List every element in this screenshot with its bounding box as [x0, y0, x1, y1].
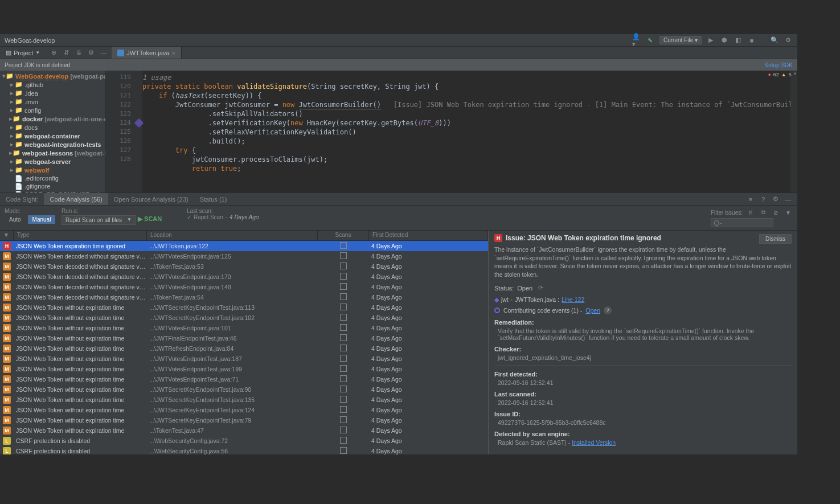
refresh-icon[interactable]: ⟳: [536, 284, 545, 293]
close-tab-icon[interactable]: ×: [171, 50, 175, 56]
table-row[interactable]: MJSON Web Token decoded without signatur…: [0, 251, 488, 261]
table-row[interactable]: MJSON Web Token without expiration time.…: [0, 405, 488, 415]
tree-item[interactable]: ▸📁.mvn: [0, 97, 105, 106]
mode-manual-button[interactable]: Manual: [28, 215, 56, 224]
sort-icon[interactable]: ▼: [0, 231, 14, 240]
table-header: ▼ Type Location Scans First Detected: [0, 231, 488, 241]
tool-row: ▤ Project ▼ ⊕ ⇵ ⇊ ⚙ — JWTToken.java ×: [0, 47, 797, 59]
issue-breadcrumb: ◆ jwt› JWTToken.java : Line 122: [494, 296, 792, 303]
project-icon: ▤: [6, 49, 11, 56]
table-row[interactable]: MJSON Web Token without expiration time.…: [0, 395, 488, 405]
hide-icon[interactable]: —: [99, 48, 108, 58]
copy-icon[interactable]: ⎘: [746, 208, 755, 217]
settings-icon[interactable]: ⚙: [784, 36, 793, 45]
event-dot-icon: [494, 308, 500, 313]
issue-description: The instance of `JwtConsumerBuilder` ign…: [494, 245, 792, 279]
table-row[interactable]: LCSRF protection is disabled...\WebSecur…: [0, 436, 488, 446]
run-config-dropdown[interactable]: Current File ▾: [659, 36, 702, 44]
table-row[interactable]: MJSON Web Token without expiration time.…: [0, 364, 488, 374]
tree-item[interactable]: ▸📁webgoat-integration-tests: [0, 140, 105, 149]
collapse-icon[interactable]: ⇊: [74, 48, 83, 58]
mode-auto-button[interactable]: Auto: [5, 215, 26, 224]
help-icon[interactable]: ?: [759, 195, 768, 204]
debug-icon[interactable]: ⬢: [720, 36, 729, 45]
project-tree[interactable]: ▾📁WebGoat-develop [webgoat-parent]▸📁.git…: [0, 71, 106, 192]
table-row[interactable]: HJSON Web Token expiration time ignored.…: [0, 241, 488, 251]
line-link[interactable]: Line 122: [562, 296, 584, 303]
coverage-icon[interactable]: ◧: [734, 36, 743, 45]
filter-icon[interactable]: ▼: [784, 208, 793, 217]
table-row[interactable]: MJSON Web Token without expiration time.…: [0, 425, 488, 436]
project-panel-button[interactable]: ▤ Project ▼: [0, 47, 46, 59]
table-row[interactable]: MJSON Web Token decoded without signatur…: [0, 282, 488, 292]
table-row[interactable]: MJSON Web Token without expiration time.…: [0, 343, 488, 354]
gear-icon[interactable]: ⚙: [87, 48, 96, 58]
dismiss-button[interactable]: Dismiss: [759, 234, 792, 244]
scan-button[interactable]: ▶ SCAN: [138, 215, 162, 225]
table-row[interactable]: LCSRF protection is disabled...\WebSecur…: [0, 446, 488, 454]
bottom-tab[interactable]: Code Analysis (56): [44, 193, 108, 205]
table-row[interactable]: MJSON Web Token without expiration time.…: [0, 323, 488, 333]
issue-title: Issue: JSON Web Token expiration time ig…: [506, 234, 661, 242]
code-editor[interactable]: 119120121122123124125126127128 1 usage p…: [106, 71, 797, 192]
diamond-icon: ◆: [494, 296, 499, 303]
java-file-icon: [117, 50, 124, 56]
expand-icon[interactable]: ⇵: [62, 48, 71, 58]
project-name: WebGoat-develop: [5, 37, 55, 44]
table-row[interactable]: MJSON Web Token decoded without signatur…: [0, 292, 488, 302]
installed-version-link[interactable]: Installed Version: [572, 439, 616, 446]
table-row[interactable]: MJSON Web Token without expiration time.…: [0, 302, 488, 313]
scan-type-dropdown[interactable]: Rapid Scan on all files▼: [62, 215, 136, 225]
bottom-tab[interactable]: Code Sight:: [0, 193, 44, 205]
clone-icon[interactable]: ⧉: [759, 208, 768, 217]
list-icon[interactable]: ≡: [746, 195, 755, 204]
target-icon[interactable]: ⊕: [49, 48, 58, 58]
code-content: 1 usage private static boolean validateS…: [142, 71, 797, 192]
tree-item[interactable]: ▸📁webgoat-server: [0, 157, 105, 166]
table-row[interactable]: MJSON Web Token without expiration time.…: [0, 415, 488, 425]
tree-item[interactable]: ▸📁webgoat-container: [0, 132, 105, 140]
error-stripe[interactable]: ●62 ▲5 ^: [790, 71, 797, 192]
table-row[interactable]: MJSON Web Token decoded without signatur…: [0, 272, 488, 282]
bottom-tab[interactable]: Status (1): [194, 193, 233, 205]
issue-detail-panel: Dismiss H Issue: JSON Web Token expirati…: [489, 231, 797, 454]
editor-tab[interactable]: JWTToken.java ×: [112, 47, 182, 59]
tree-item[interactable]: ▸📁.github: [0, 80, 105, 89]
minimize-icon[interactable]: —: [784, 195, 793, 204]
tree-item[interactable]: ▸📁config: [0, 106, 105, 114]
bottom-tabs: Code Sight:Code Analysis (56)Open Source…: [0, 193, 797, 206]
scan-controls: Mode: Auto Manual Run a: Rapid Scan on a…: [0, 206, 797, 231]
search-icon[interactable]: 🔍: [770, 36, 779, 45]
block-icon[interactable]: ⊘: [771, 208, 780, 217]
tree-item[interactable]: ▸📁docker [webgoat-all-in-one-docker]: [0, 114, 105, 123]
table-row[interactable]: MJSON Web Token without expiration time.…: [0, 333, 488, 343]
table-row[interactable]: MJSON Web Token without expiration time.…: [0, 354, 488, 364]
tree-item[interactable]: ▸📁docs: [0, 123, 105, 132]
open-events-link[interactable]: Open: [585, 307, 600, 314]
help-icon[interactable]: ?: [604, 306, 612, 314]
table-row[interactable]: MJSON Web Token without expiration time.…: [0, 374, 488, 384]
check-icon: ✓: [187, 214, 191, 220]
tree-item[interactable]: 📄.editorconfig: [0, 174, 105, 182]
run-icon[interactable]: ▶: [706, 36, 715, 45]
hammer-icon[interactable]: ⬉: [646, 36, 655, 45]
tree-item[interactable]: ▾📁WebGoat-develop [webgoat-parent]: [0, 72, 105, 80]
jdk-warning-banner: Project JDK is not defined Setup SDK: [0, 59, 797, 71]
user-icon[interactable]: 👤▾: [632, 36, 641, 45]
severity-badge: H: [494, 234, 502, 242]
table-row[interactable]: MJSON Web Token without expiration time.…: [0, 384, 488, 395]
issues-table: ▼ Type Location Scans First Detected HJS…: [0, 231, 489, 454]
gear-icon[interactable]: ⚙: [771, 195, 780, 204]
tree-item[interactable]: 📄.gitignore: [0, 182, 105, 190]
tree-item[interactable]: 📄CODE_OF_CONDUCT.md: [0, 190, 105, 192]
title-bar: WebGoat-develop 👤▾ ⬉ Current File ▾ ▶ ⬢ …: [0, 34, 797, 47]
bottom-tab[interactable]: Open Source Analysis (23): [108, 193, 194, 205]
tree-item[interactable]: ▸📁webgoat-lessons [webgoat-lessons]: [0, 149, 105, 157]
filter-input[interactable]: [711, 218, 773, 227]
stop-icon[interactable]: ■: [747, 36, 756, 45]
tree-item[interactable]: ▸📁webwolf: [0, 166, 105, 174]
setup-sdk-link[interactable]: Setup SDK: [765, 62, 793, 68]
tree-item[interactable]: ▸📁.idea: [0, 89, 105, 97]
table-row[interactable]: MJSON Web Token without expiration time.…: [0, 313, 488, 323]
table-row[interactable]: MJSON Web Token decoded without signatur…: [0, 261, 488, 272]
